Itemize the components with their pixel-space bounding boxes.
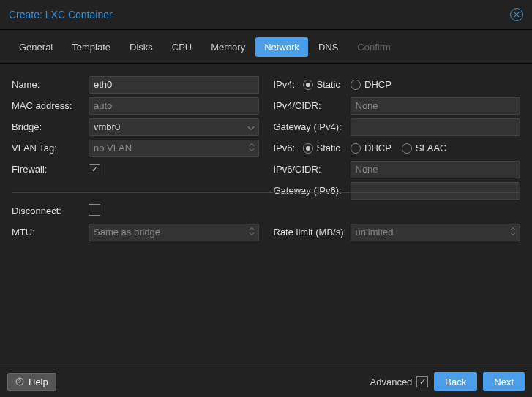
ipv4-dhcp-label: DHCP [364,79,391,90]
help-button[interactable]: ? Help [7,373,56,391]
tab-template[interactable]: Template [63,37,119,57]
gw4-label: Gateway (IPv4): [274,121,351,132]
tab-memory[interactable]: Memory [202,37,254,57]
ipv4cidr-label: IPv4/CIDR: [274,100,351,111]
tab-general[interactable]: General [10,37,61,57]
tab-network[interactable]: Network [255,37,308,57]
name-label: Name: [12,79,89,90]
ipv6-slaac-radio[interactable]: SLAAC [402,143,447,154]
tab-confirm: Confirm [348,37,400,57]
ipv4-label: IPv4: [274,79,303,90]
mtu-input[interactable] [89,224,259,241]
ipv4-dhcp-radio[interactable]: DHCP [351,79,391,90]
disconnect-checkbox[interactable] [89,204,100,216]
ipv4cidr-input[interactable] [351,97,521,115]
firewall-checkbox[interactable] [89,164,100,175]
ipv6-static-radio[interactable]: Static [303,143,341,154]
titlebar: Create: LXC Container [0,0,532,30]
vlan-input[interactable] [89,140,259,157]
disconnect-label: Disconnect: [12,205,89,216]
back-button[interactable]: Back [434,372,477,391]
help-icon: ? [15,377,24,386]
section-divider [12,192,520,193]
advanced-toggle[interactable]: Advanced [370,376,429,387]
next-button[interactable]: Next [483,372,525,391]
vlan-label: VLAN Tag: [12,143,89,154]
gw6-label: Gateway (IPv6): [274,185,351,196]
left-column: Name: MAC address: Bridge: [12,74,259,355]
tab-disks[interactable]: Disks [121,37,162,57]
mac-input[interactable] [89,97,259,115]
tab-cpu[interactable]: CPU [163,37,201,57]
gw4-input[interactable] [351,118,521,136]
advanced-label: Advanced [370,377,413,387]
tab-dns[interactable]: DNS [310,37,347,57]
bridge-label: Bridge: [12,121,89,132]
ipv6-slaac-label: SLAAC [416,143,447,154]
svg-text:?: ? [18,379,21,384]
ipv6-dhcp-label: DHCP [364,143,391,154]
help-label: Help [29,377,48,387]
ipv6cidr-input[interactable] [351,161,521,178]
ipv4-static-radio[interactable]: Static [303,79,341,90]
dialog-title: Create: LXC Container [9,9,113,20]
form-body: Name: MAC address: Bridge: [0,64,532,366]
ipv6cidr-label: IPv6/CIDR: [274,164,351,175]
ipv4-static-label: Static [317,79,341,90]
bridge-combo[interactable] [89,118,259,136]
name-input[interactable] [89,76,259,94]
mac-label: MAC address: [12,100,89,111]
mtu-label: MTU: [12,227,89,238]
ipv6-dhcp-radio[interactable]: DHCP [351,143,391,154]
close-icon[interactable] [510,8,523,21]
ipv6-static-label: Static [317,143,341,154]
footer: ? Help Advanced Back Next [0,366,532,397]
rate-label: Rate limit (MB/s): [274,227,351,238]
right-column: IPv4: Static DHCP IPv4/CIDR: [274,74,521,355]
rate-input[interactable] [351,224,521,241]
gw6-input[interactable] [351,182,521,200]
tab-bar: General Template Disks CPU Memory Networ… [0,30,532,64]
ipv6-label: IPv6: [274,143,303,154]
create-lxc-dialog: Create: LXC Container General Template D… [0,0,532,397]
advanced-checkbox[interactable] [416,376,428,387]
firewall-label: Firewall: [12,164,89,175]
